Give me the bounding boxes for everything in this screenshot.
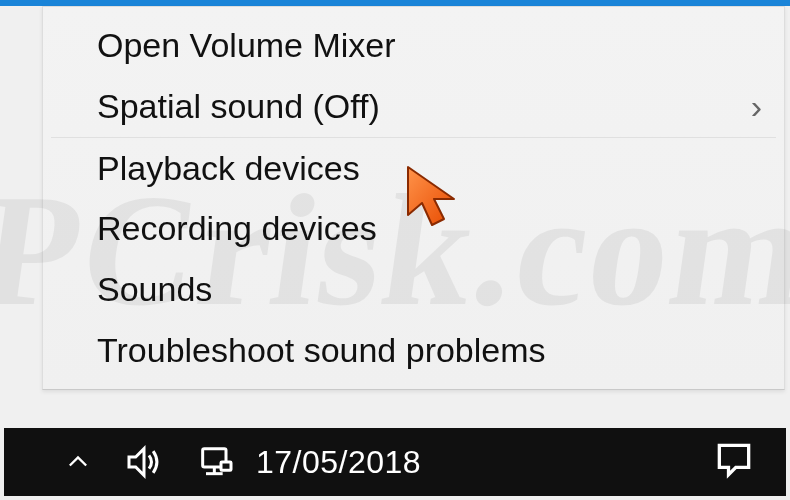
menu-item-recording-devices[interactable]: Recording devices (43, 198, 784, 259)
sound-context-menu: Open Volume Mixer Spatial sound (Off) › … (42, 6, 785, 390)
menu-item-label: Spatial sound (Off) (97, 86, 736, 127)
menu-item-label: Recording devices (97, 208, 766, 249)
tray-chevron-up-icon[interactable] (64, 448, 92, 476)
volume-icon[interactable] (124, 442, 164, 482)
network-icon[interactable] (196, 442, 236, 482)
menu-item-label: Troubleshoot sound problems (97, 330, 766, 371)
menu-item-label: Open Volume Mixer (97, 25, 766, 66)
menu-item-label: Sounds (97, 269, 766, 310)
svg-rect-4 (221, 462, 231, 470)
menu-item-playback-devices[interactable]: Playback devices (43, 138, 784, 199)
menu-item-open-volume-mixer[interactable]: Open Volume Mixer (43, 15, 784, 76)
svg-marker-0 (129, 449, 144, 476)
menu-item-sounds[interactable]: Sounds (43, 259, 784, 320)
menu-item-spatial-sound[interactable]: Spatial sound (Off) › (43, 76, 784, 137)
action-center-icon[interactable] (712, 438, 756, 486)
menu-item-troubleshoot-sound-problems[interactable]: Troubleshoot sound problems (43, 320, 784, 381)
taskbar-date[interactable]: 17/05/2018 (256, 444, 421, 481)
taskbar: 17/05/2018 (4, 428, 786, 496)
menu-item-label: Playback devices (97, 148, 766, 189)
chevron-right-icon: › (736, 86, 762, 127)
system-tray (4, 442, 236, 482)
